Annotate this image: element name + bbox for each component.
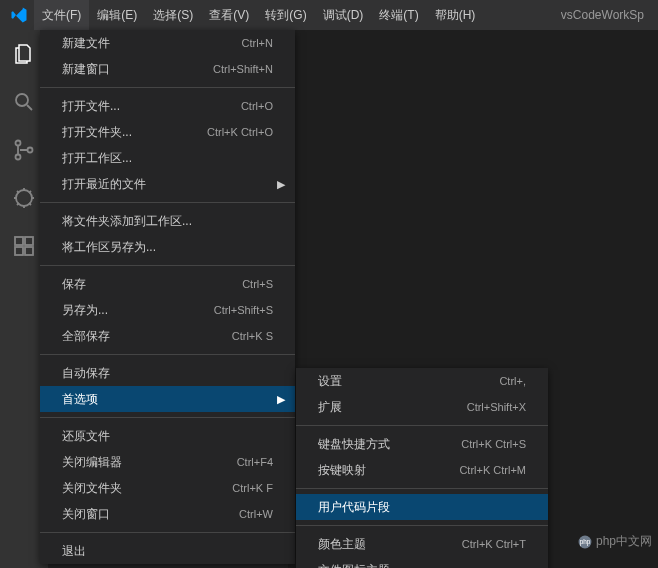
- menu-view[interactable]: 查看(V): [201, 0, 257, 30]
- menu-item-label: 关闭文件夹: [62, 480, 232, 497]
- menu-separator: [40, 265, 295, 266]
- pref-submenu-item-0-0[interactable]: 设置Ctrl+,: [296, 368, 548, 394]
- menu-item-shortcut: Ctrl+S: [242, 278, 273, 290]
- file-menu-item-0-0[interactable]: 新建文件Ctrl+N: [40, 30, 295, 56]
- file-menu-item-4-1[interactable]: 首选项▶: [40, 386, 295, 412]
- svg-rect-5: [15, 237, 23, 245]
- menu-item-shortcut: Ctrl+K Ctrl+T: [462, 538, 526, 550]
- menu-item-label: 关闭窗口: [62, 506, 239, 523]
- menu-item-label: 打开文件...: [62, 98, 241, 115]
- file-menu-item-0-1[interactable]: 新建窗口Ctrl+Shift+N: [40, 56, 295, 82]
- file-menu-item-1-3[interactable]: 打开最近的文件▶: [40, 171, 295, 197]
- menu-separator: [40, 354, 295, 355]
- menu-file[interactable]: 文件(F): [34, 0, 89, 30]
- file-menu-item-2-1[interactable]: 将工作区另存为...: [40, 234, 295, 260]
- pref-submenu-item-1-0[interactable]: 键盘快捷方式Ctrl+K Ctrl+S: [296, 431, 548, 457]
- menu-selection[interactable]: 选择(S): [145, 0, 201, 30]
- svg-point-0: [16, 94, 28, 106]
- menu-item-label: 新建窗口: [62, 61, 213, 78]
- file-menu-item-5-3[interactable]: 关闭窗口Ctrl+W: [40, 501, 295, 527]
- menu-item-label: 打开文件夹...: [62, 124, 207, 141]
- file-menu-item-3-0[interactable]: 保存Ctrl+S: [40, 271, 295, 297]
- pref-submenu-item-3-1[interactable]: 文件图标主题: [296, 557, 548, 568]
- menu-item-shortcut: Ctrl+K F: [232, 482, 273, 494]
- svg-point-2: [16, 155, 21, 160]
- file-menu-item-3-1[interactable]: 另存为...Ctrl+Shift+S: [40, 297, 295, 323]
- menu-separator: [296, 488, 548, 489]
- menu-edit[interactable]: 编辑(E): [89, 0, 145, 30]
- menu-item-label: 将文件夹添加到工作区...: [62, 213, 273, 230]
- svg-rect-8: [25, 237, 33, 245]
- watermark-text: php中文网: [596, 533, 652, 550]
- svg-text:php: php: [580, 538, 591, 546]
- file-menu-item-3-2[interactable]: 全部保存Ctrl+K S: [40, 323, 295, 349]
- pref-submenu-item-0-1[interactable]: 扩展Ctrl+Shift+X: [296, 394, 548, 420]
- file-menu-item-1-1[interactable]: 打开文件夹...Ctrl+K Ctrl+O: [40, 119, 295, 145]
- menu-item-shortcut: Ctrl+F4: [237, 456, 273, 468]
- menu-item-label: 另存为...: [62, 302, 214, 319]
- menu-separator: [40, 532, 295, 533]
- menu-item-shortcut: Ctrl+Shift+X: [467, 401, 526, 413]
- menu-item-label: 扩展: [318, 399, 467, 416]
- menu-item-label: 颜色主题: [318, 536, 462, 553]
- menu-item-label: 首选项: [62, 391, 273, 408]
- menu-item-label: 键盘快捷方式: [318, 436, 461, 453]
- menu-item-label: 文件图标主题: [318, 562, 526, 569]
- menu-item-shortcut: Ctrl+,: [499, 375, 526, 387]
- svg-point-3: [28, 148, 33, 153]
- file-menu-item-5-1[interactable]: 关闭编辑器Ctrl+F4: [40, 449, 295, 475]
- menu-separator: [40, 202, 295, 203]
- menu-go[interactable]: 转到(G): [257, 0, 314, 30]
- menu-debug[interactable]: 调试(D): [315, 0, 372, 30]
- menu-separator: [296, 425, 548, 426]
- menu-item-label: 设置: [318, 373, 499, 390]
- menu-separator: [296, 525, 548, 526]
- file-menu-item-6-0[interactable]: 退出: [40, 538, 295, 564]
- watermark: php php中文网: [578, 533, 652, 550]
- svg-point-1: [16, 141, 21, 146]
- svg-rect-6: [15, 247, 23, 255]
- window-title: vsCodeWorkSp: [561, 8, 654, 22]
- menu-item-label: 全部保存: [62, 328, 232, 345]
- menu-item-label: 保存: [62, 276, 242, 293]
- menu-item-shortcut: Ctrl+K S: [232, 330, 273, 342]
- vscode-icon: [4, 6, 34, 24]
- menu-item-shortcut: Ctrl+O: [241, 100, 273, 112]
- menu-item-shortcut: Ctrl+K Ctrl+O: [207, 126, 273, 138]
- menu-item-label: 按键映射: [318, 462, 459, 479]
- menu-item-shortcut: Ctrl+Shift+N: [213, 63, 273, 75]
- menu-item-shortcut: Ctrl+K Ctrl+S: [461, 438, 526, 450]
- menu-item-label: 自动保存: [62, 365, 273, 382]
- file-menu-item-4-0[interactable]: 自动保存: [40, 360, 295, 386]
- menu-help[interactable]: 帮助(H): [427, 0, 484, 30]
- menu-item-label: 新建文件: [62, 35, 242, 52]
- file-menu-dropdown: 新建文件Ctrl+N新建窗口Ctrl+Shift+N打开文件...Ctrl+O打…: [40, 30, 295, 564]
- menu-separator: [40, 417, 295, 418]
- menu-item-label: 打开工作区...: [62, 150, 273, 167]
- menu-separator: [40, 87, 295, 88]
- pref-submenu-item-2-0[interactable]: 用户代码片段: [296, 494, 548, 520]
- menu-item-shortcut: Ctrl+K Ctrl+M: [459, 464, 526, 476]
- menu-terminal[interactable]: 终端(T): [371, 0, 426, 30]
- chevron-right-icon: ▶: [277, 178, 285, 191]
- menu-item-shortcut: Ctrl+Shift+S: [214, 304, 273, 316]
- menu-item-label: 将工作区另存为...: [62, 239, 273, 256]
- chevron-right-icon: ▶: [277, 393, 285, 406]
- menu-item-label: 还原文件: [62, 428, 273, 445]
- file-menu-item-5-2[interactable]: 关闭文件夹Ctrl+K F: [40, 475, 295, 501]
- menu-item-label: 打开最近的文件: [62, 176, 273, 193]
- menu-item-label: 用户代码片段: [318, 499, 526, 516]
- file-menu-item-1-0[interactable]: 打开文件...Ctrl+O: [40, 93, 295, 119]
- preferences-submenu: 设置Ctrl+,扩展Ctrl+Shift+X键盘快捷方式Ctrl+K Ctrl+…: [296, 368, 548, 568]
- pref-submenu-item-1-1[interactable]: 按键映射Ctrl+K Ctrl+M: [296, 457, 548, 483]
- svg-rect-7: [25, 247, 33, 255]
- menu-item-label: 退出: [62, 543, 273, 560]
- menu-item-shortcut: Ctrl+N: [242, 37, 273, 49]
- menu-item-label: 关闭编辑器: [62, 454, 237, 471]
- menubar: 文件(F) 编辑(E) 选择(S) 查看(V) 转到(G) 调试(D) 终端(T…: [0, 0, 658, 30]
- file-menu-item-5-0[interactable]: 还原文件: [40, 423, 295, 449]
- pref-submenu-item-3-0[interactable]: 颜色主题Ctrl+K Ctrl+T: [296, 531, 548, 557]
- file-menu-item-1-2[interactable]: 打开工作区...: [40, 145, 295, 171]
- menu-item-shortcut: Ctrl+W: [239, 508, 273, 520]
- file-menu-item-2-0[interactable]: 将文件夹添加到工作区...: [40, 208, 295, 234]
